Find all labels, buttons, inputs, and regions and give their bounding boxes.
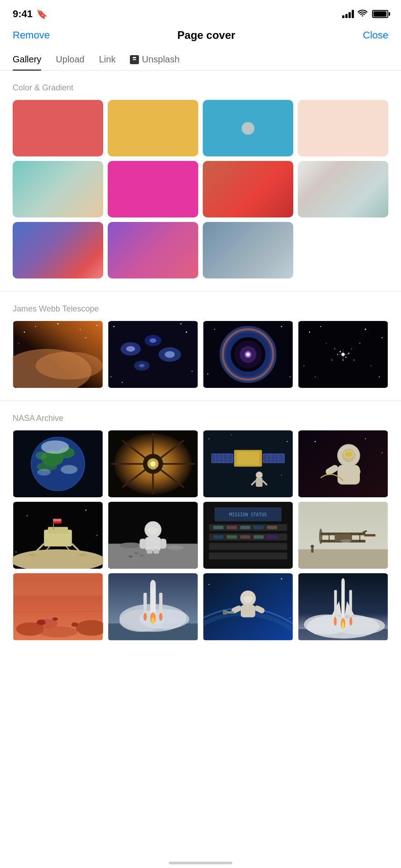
nasa-image-hubble[interactable] (203, 430, 293, 497)
svg-point-50 (365, 329, 366, 330)
svg-point-84 (281, 475, 282, 475)
swatch-blue-red-gradient[interactable] (13, 222, 103, 278)
svg-rect-215 (341, 582, 344, 621)
nasa-image-lunar-lander[interactable] (13, 502, 103, 569)
svg-point-68 (41, 440, 69, 454)
svg-point-2 (36, 352, 103, 380)
tab-gallery[interactable]: Gallery (13, 49, 41, 70)
page-title: Page cover (177, 29, 235, 42)
svg-rect-138 (160, 539, 167, 549)
svg-point-141 (134, 552, 138, 554)
wifi-icon (358, 9, 368, 19)
svg-point-32 (246, 353, 249, 356)
svg-point-108 (345, 452, 353, 457)
tab-unsplash[interactable]: Unsplash (130, 49, 179, 70)
status-bar: 9:41 🔖 (0, 0, 401, 25)
svg-point-198 (159, 613, 162, 621)
nasa-image-moon-astronaut[interactable] (108, 502, 198, 569)
svg-point-22 (111, 377, 112, 377)
svg-point-200 (209, 584, 210, 585)
jwst-image-2[interactable] (108, 321, 198, 388)
jwst-image-1[interactable] (13, 321, 103, 388)
svg-point-35 (290, 377, 291, 377)
color-grid (0, 100, 401, 291)
svg-point-171 (340, 539, 352, 542)
swatch-pink[interactable] (108, 161, 198, 217)
svg-point-69 (61, 465, 77, 474)
unsplash-icon (130, 55, 139, 64)
svg-point-222 (342, 622, 344, 630)
tab-upload[interactable]: Upload (56, 49, 84, 70)
nasa-section: NASA Archive (0, 401, 401, 653)
swatch-gray-blue-gradient[interactable] (203, 222, 293, 278)
svg-point-143 (129, 556, 133, 557)
svg-rect-155 (227, 535, 237, 538)
nasa-image-mars[interactable] (13, 573, 103, 640)
svg-point-102 (315, 441, 315, 442)
svg-point-44 (334, 349, 335, 349)
nasa-image-spacewalk[interactable] (298, 430, 388, 497)
nasa-image-astronaut-working[interactable] (203, 573, 293, 640)
svg-point-55 (326, 343, 326, 344)
signal-bars-icon (342, 10, 354, 18)
swatch-red[interactable] (13, 100, 103, 156)
tab-link[interactable]: Link (99, 49, 116, 70)
swatch-red-gradient[interactable] (203, 161, 293, 217)
svg-rect-220 (349, 590, 352, 619)
svg-rect-140 (153, 549, 159, 554)
nasa-image-wright-brothers[interactable] (298, 502, 388, 569)
svg-point-103 (365, 439, 366, 439)
svg-point-197 (143, 613, 147, 621)
nasa-image-shuttle-cloud[interactable] (108, 573, 198, 640)
swatch-blue[interactable] (203, 100, 293, 156)
svg-point-83 (286, 441, 287, 442)
swatch-gray-gradient[interactable] (298, 161, 388, 217)
svg-point-39 (339, 351, 341, 352)
svg-point-18 (139, 364, 144, 367)
svg-point-14 (150, 338, 157, 343)
svg-point-115 (97, 535, 98, 536)
svg-point-42 (348, 353, 349, 354)
svg-point-70 (37, 469, 51, 476)
svg-point-36 (207, 373, 208, 374)
svg-point-21 (191, 371, 192, 372)
svg-point-19 (113, 326, 114, 327)
swatch-peach[interactable] (298, 100, 388, 156)
nasa-image-grid: MISSION STATUS (0, 430, 401, 653)
svg-point-34 (281, 326, 282, 327)
svg-rect-153 (267, 526, 277, 529)
color-gradient-label: Color & Gradient (0, 71, 401, 100)
svg-rect-151 (240, 526, 250, 529)
nasa-image-shuttle-launch[interactable] (298, 573, 388, 640)
swatch-purple-pink-gradient[interactable] (108, 222, 198, 278)
svg-rect-172 (364, 534, 376, 537)
svg-rect-191 (150, 585, 156, 615)
svg-point-204 (243, 596, 253, 603)
jwst-label: James Webb Telescope (0, 292, 401, 321)
svg-point-170 (319, 529, 322, 545)
svg-point-67 (36, 452, 47, 459)
svg-point-135 (148, 527, 158, 535)
svg-point-104 (382, 453, 383, 453)
nasa-image-rocket-engine[interactable] (108, 430, 198, 497)
jwst-image-4[interactable] (298, 321, 388, 388)
svg-rect-205 (241, 605, 255, 618)
battery-icon (372, 10, 388, 18)
jwst-image-3[interactable] (203, 321, 293, 388)
nasa-image-mission-control[interactable]: MISSION STATUS (203, 502, 293, 569)
svg-point-79 (150, 461, 156, 467)
svg-point-46 (354, 359, 355, 360)
nasa-image-earth[interactable] (13, 430, 103, 497)
close-button[interactable]: Close (363, 29, 388, 41)
svg-point-196 (151, 617, 154, 625)
nasa-label: NASA Archive (0, 401, 401, 430)
swatch-yellow[interactable] (108, 100, 198, 156)
svg-point-8 (19, 343, 19, 344)
svg-point-51 (382, 337, 382, 338)
svg-point-97 (256, 472, 263, 478)
svg-rect-147 (209, 543, 287, 550)
svg-rect-154 (213, 535, 223, 538)
remove-button[interactable]: Remove (13, 29, 50, 41)
swatch-teal-gradient[interactable] (13, 161, 103, 217)
svg-rect-181 (13, 573, 103, 595)
